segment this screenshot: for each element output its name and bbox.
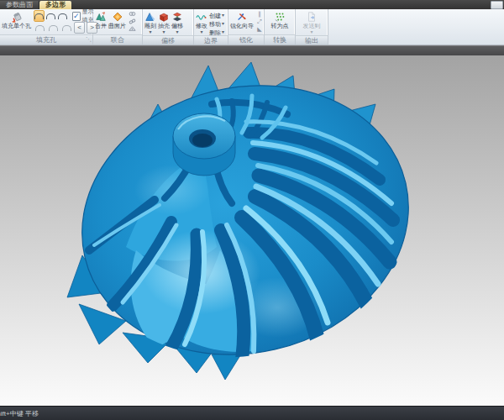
group-fill-holes: 充 填充单个孔 ✓ 显示填充 xyxy=(0,9,93,45)
group-label-output: 输出 xyxy=(305,37,318,45)
partial-fill-3-icon xyxy=(62,25,71,31)
shell-cube-icon xyxy=(158,11,170,23)
corner-button[interactable] xyxy=(491,1,503,9)
document-arrow-icon xyxy=(306,11,318,23)
group-sharpen: 锐化向导 ∥ ⤢ ◣ 锐化 xyxy=(228,9,265,45)
ribbon: 充 填充单个孔 ✓ 显示填充 xyxy=(0,9,504,45)
tab-parametric-surface[interactable]: 参数曲面 xyxy=(0,1,39,9)
partial-fill-2-icon xyxy=(49,25,58,31)
flat-fill-icon xyxy=(58,13,67,19)
group-output: 发送到 ▾ 输出 xyxy=(296,9,328,45)
boundary-create-button[interactable]: 创建▾ xyxy=(209,11,224,19)
modify-boundary-button[interactable]: 修改 ▾ xyxy=(195,10,208,35)
partial-fill-1-icon xyxy=(35,25,45,31)
ribbon-tab-strip: 参数曲面 多边形 xyxy=(0,0,504,9)
move-dropdown-icon: ▾ xyxy=(222,20,224,28)
relief-pyramid-icon xyxy=(144,11,156,23)
impeller-hub xyxy=(173,113,235,176)
create-dropdown-icon: ▾ xyxy=(222,12,224,19)
modify-dropdown-icon[interactable]: ▾ xyxy=(200,29,202,34)
offset-layers-icon xyxy=(171,11,183,23)
points-grid-icon xyxy=(274,11,286,23)
group-offset: 雕刻 ▾ 抽壳 ▾ 偏移 ▾ 偏移 xyxy=(143,9,194,45)
fill-single-hole-button[interactable]: 填充单个孔 xyxy=(1,10,32,30)
fill-flat-button[interactable] xyxy=(57,10,68,22)
relief-dropdown-icon[interactable]: ▾ xyxy=(149,29,151,34)
dialog-launcher-icon[interactable]: ⋱ xyxy=(86,36,92,43)
previous-hole-button[interactable]: < xyxy=(74,22,85,34)
shell-dropdown-icon[interactable]: ▾ xyxy=(162,29,165,34)
group-label-sharpen: 锐化 xyxy=(239,36,253,44)
boundary-move-button[interactable]: 移动▾ xyxy=(209,19,224,28)
sharpen-wedge-icon[interactable]: ◣ xyxy=(255,25,264,33)
rescale-icon[interactable]: ⤢ xyxy=(255,18,264,25)
group-label-convert: 转换 xyxy=(273,36,286,44)
surface-patch-icon xyxy=(112,11,123,23)
convert-to-points-button[interactable]: 转为点 xyxy=(270,10,290,30)
show-fill-checkbox[interactable]: ✓ xyxy=(72,12,81,21)
stitch-icon[interactable] xyxy=(128,25,136,33)
partial-fill-2-button[interactable] xyxy=(47,22,60,34)
group-convert: 转为点 转换 xyxy=(265,9,296,45)
group-boundary: 修改 ▾ 创建▾ 移动▾ 删除▾ 边界 xyxy=(194,9,228,45)
offset-button[interactable]: 偏移 ▾ xyxy=(171,10,184,35)
tab-polygon[interactable]: 多边形 xyxy=(39,1,71,9)
send-to-button[interactable]: 发送到 ▾ xyxy=(302,10,322,35)
group-combine: 合并 曲面片 xyxy=(93,9,143,45)
surface-patch-button[interactable]: 曲面片 xyxy=(108,10,127,30)
chain-link-icon[interactable] xyxy=(128,18,136,25)
viewport-3d[interactable] xyxy=(0,55,504,406)
partial-fill-1-button[interactable] xyxy=(34,22,46,34)
send-to-dropdown-icon: ▾ xyxy=(310,29,312,34)
fill-curvature-button[interactable] xyxy=(34,10,45,22)
boolean-union-icon[interactable] xyxy=(128,10,136,18)
relief-button[interactable]: 雕刻 ▾ xyxy=(144,10,157,35)
fill-tangent-button[interactable] xyxy=(45,10,56,22)
merge-button[interactable]: 合并 xyxy=(94,10,108,30)
group-label-fill-holes: 填充孔 xyxy=(36,36,56,44)
mouse-hint-text: Shift+中键 平移 xyxy=(0,408,39,418)
status-bar: Shift+中键 平移 xyxy=(0,406,504,420)
application-window: 参数曲面 多边形 充 填充单个孔 xyxy=(0,0,504,420)
partial-fill-3-button[interactable] xyxy=(60,22,73,34)
shell-button[interactable]: 抽壳 ▾ xyxy=(157,10,171,35)
wave-icon xyxy=(196,11,207,23)
ribbon-empty-area xyxy=(328,9,504,45)
turbine-impeller-model xyxy=(0,55,504,406)
offset-dropdown-icon[interactable]: ▾ xyxy=(176,29,178,34)
extend-edges-icon[interactable]: ∥ xyxy=(255,10,264,18)
tangent-fill-icon xyxy=(46,13,55,19)
crossed-arrows-icon xyxy=(236,11,248,23)
group-label-combine: 联合 xyxy=(111,36,124,44)
paint-bucket-icon xyxy=(11,11,23,23)
merge-mesh-icon xyxy=(95,11,107,23)
curvature-fill-icon xyxy=(34,13,44,19)
group-label-offset: 偏移 xyxy=(161,37,175,45)
group-label-boundary: 边界 xyxy=(204,37,218,45)
sharpen-wizard-button[interactable]: 锐化向导 xyxy=(229,10,255,30)
